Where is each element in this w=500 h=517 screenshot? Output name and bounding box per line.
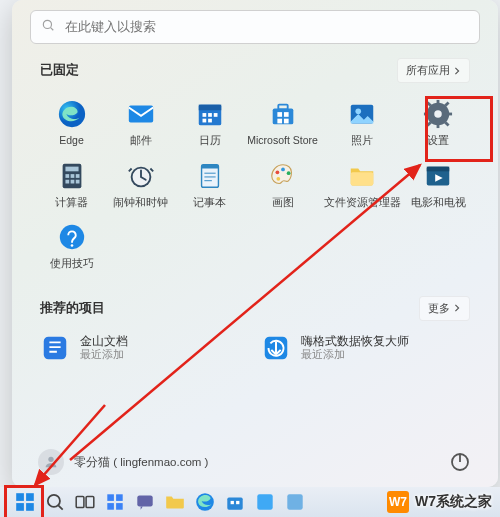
start-menu: 已固定 所有应用 Edge 邮件 xyxy=(12,0,498,487)
watermark: W7 W7系统之家 xyxy=(387,491,492,513)
tile-alarms[interactable]: 闹钟和时钟 xyxy=(109,161,172,209)
svg-rect-21 xyxy=(437,100,440,105)
taskbar-store[interactable] xyxy=(224,491,246,513)
svg-rect-32 xyxy=(70,174,74,178)
tile-mail[interactable]: 邮件 xyxy=(109,99,172,147)
svg-rect-77 xyxy=(257,494,272,509)
watermark-text: W7系统之家 xyxy=(415,493,492,511)
svg-rect-75 xyxy=(231,501,234,504)
tile-movies-tv[interactable]: 电影和电视 xyxy=(407,161,470,209)
taskview-icon xyxy=(74,491,96,513)
svg-rect-9 xyxy=(202,119,206,123)
svg-rect-66 xyxy=(76,497,84,508)
chevron-right-icon xyxy=(453,67,461,75)
file-explorer-icon xyxy=(347,161,377,191)
svg-rect-24 xyxy=(448,113,453,116)
store-icon xyxy=(268,99,298,129)
taskbar-app[interactable] xyxy=(254,491,276,513)
tile-label: 使用技巧 xyxy=(50,258,94,270)
taskbar-taskview[interactable] xyxy=(74,491,96,513)
tile-label: 闹钟和时钟 xyxy=(113,197,168,209)
chat-icon xyxy=(134,491,156,513)
svg-rect-14 xyxy=(284,112,289,117)
tile-tips[interactable]: 使用技巧 xyxy=(40,222,103,270)
tile-label: Microsoft Store xyxy=(247,135,318,147)
taskbar-edge[interactable] xyxy=(194,491,216,513)
tile-microsoft-store[interactable]: Microsoft Store xyxy=(247,99,318,147)
svg-rect-40 xyxy=(201,164,218,168)
svg-rect-36 xyxy=(75,179,79,183)
taskbar-explorer[interactable] xyxy=(164,491,186,513)
svg-rect-11 xyxy=(272,108,293,124)
svg-line-1 xyxy=(51,28,54,31)
svg-point-0 xyxy=(43,20,51,28)
tile-label: 记事本 xyxy=(193,197,226,209)
svg-rect-15 xyxy=(277,119,282,124)
taskbar-search[interactable] xyxy=(44,491,66,513)
tile-label: 设置 xyxy=(427,135,449,147)
all-apps-button[interactable]: 所有应用 xyxy=(397,58,470,83)
recommended-item-subtitle: 最近添加 xyxy=(301,348,409,361)
search-icon xyxy=(44,491,66,513)
tile-paint[interactable]: 画图 xyxy=(247,161,318,209)
user-name[interactable]: 零分猫 ( lingfenmao.com ) xyxy=(74,455,208,470)
tile-notepad[interactable]: 记事本 xyxy=(178,161,241,209)
taskbar-widgets[interactable] xyxy=(104,491,126,513)
taskbar-app-2[interactable] xyxy=(284,491,306,513)
pinned-title: 已固定 xyxy=(40,62,79,79)
svg-point-45 xyxy=(281,167,285,171)
svg-point-52 xyxy=(70,244,73,247)
svg-rect-34 xyxy=(65,179,69,183)
photos-icon xyxy=(347,99,377,129)
paint-icon xyxy=(268,161,298,191)
tile-calendar[interactable]: 日历 xyxy=(178,99,241,147)
watermark-logo: W7 xyxy=(387,491,409,513)
tile-calculator[interactable]: 计算器 xyxy=(40,161,103,209)
folder-icon xyxy=(164,491,186,513)
svg-rect-13 xyxy=(277,112,282,117)
calculator-icon xyxy=(57,161,87,191)
tile-file-explorer[interactable]: 文件资源管理器 xyxy=(324,161,401,209)
clock-icon xyxy=(126,161,156,191)
store-icon xyxy=(224,491,246,513)
highlight-start-button xyxy=(4,485,44,517)
search-box[interactable] xyxy=(30,10,480,44)
tile-label: 照片 xyxy=(351,135,373,147)
svg-rect-8 xyxy=(213,113,217,117)
pinned-section: 已固定 所有应用 Edge 邮件 xyxy=(40,58,470,270)
tile-label: 邮件 xyxy=(130,135,152,147)
recommended-item-recovery-master[interactable]: 嗨格式数据恢复大师 最近添加 xyxy=(261,333,470,363)
movies-tv-icon xyxy=(423,161,453,191)
power-button[interactable] xyxy=(448,450,472,474)
svg-rect-50 xyxy=(427,166,450,171)
jinshan-docs-icon xyxy=(40,333,70,363)
svg-point-18 xyxy=(356,108,362,114)
recommended-item-subtitle: 最近添加 xyxy=(80,348,128,361)
svg-rect-71 xyxy=(116,503,123,510)
more-button[interactable]: 更多 xyxy=(419,296,470,321)
tile-photos[interactable]: 照片 xyxy=(324,99,401,147)
user-row: 零分猫 ( lingfenmao.com ) xyxy=(12,437,498,487)
svg-rect-5 xyxy=(198,105,221,111)
widgets-icon xyxy=(104,491,126,513)
more-label: 更多 xyxy=(428,301,450,316)
tile-edge[interactable]: Edge xyxy=(40,99,103,147)
user-icon xyxy=(43,454,59,470)
svg-rect-31 xyxy=(65,174,69,178)
svg-rect-78 xyxy=(287,494,302,509)
svg-line-65 xyxy=(58,505,62,509)
search-input[interactable] xyxy=(63,19,469,35)
svg-rect-16 xyxy=(284,119,289,124)
recommended-item-jinshan-docs[interactable]: 金山文档 最近添加 xyxy=(40,333,249,363)
svg-rect-23 xyxy=(424,113,429,116)
tile-label: Edge xyxy=(59,135,84,147)
svg-rect-35 xyxy=(70,179,74,183)
svg-rect-7 xyxy=(208,113,212,117)
svg-point-20 xyxy=(435,110,443,118)
tile-settings[interactable]: 设置 xyxy=(407,99,470,147)
svg-rect-12 xyxy=(278,105,287,110)
taskbar-chat[interactable] xyxy=(134,491,156,513)
avatar[interactable] xyxy=(38,449,64,475)
recommended-item-title: 嗨格式数据恢复大师 xyxy=(301,334,409,348)
tile-label: 计算器 xyxy=(55,197,88,209)
